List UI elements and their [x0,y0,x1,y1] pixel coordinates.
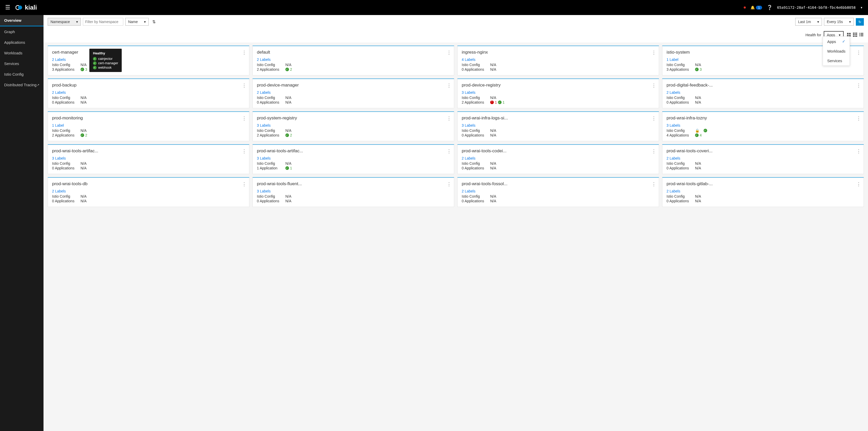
card-kebab-icon[interactable]: ⋮ [856,116,861,121]
card-title[interactable]: prod-backup [52,83,245,88]
card-title[interactable]: prod-wrai-tools-codei... [462,148,655,154]
health-tooltip: Healthycainjectorcert-managerwebhook [89,49,122,72]
tooltip-item-label: webhook [98,65,112,69]
card-title[interactable]: prod-wrai-tools-gitlab-... [666,181,860,186]
labels-link[interactable]: 3 Labels [462,123,655,127]
namespace-select[interactable]: Namespace ▾ [48,18,81,26]
card-kebab-icon[interactable]: ⋮ [242,50,247,55]
brand-logo[interactable]: kiali [16,4,37,11]
card-title[interactable]: cert-manager [52,50,245,55]
card-kebab-icon[interactable]: ⋮ [652,83,656,88]
labels-link[interactable]: 2 Labels [666,156,860,160]
card-title[interactable]: prod-system-registry [257,116,450,121]
sidebar-item-istio-config[interactable]: Istio Config [0,69,43,80]
view-grid-icon[interactable] [852,32,858,38]
labels-link[interactable]: 2 Labels [462,156,655,160]
card-title[interactable]: prod-monitoring [52,116,245,121]
sidebar-item-workloads[interactable]: Workloads [0,48,43,58]
card-title[interactable]: default [257,50,450,55]
namespace-filter-input[interactable] [83,18,123,26]
card-kebab-icon[interactable]: ⋮ [242,181,247,187]
card-kebab-icon[interactable]: ⋮ [447,116,451,121]
card-title[interactable]: prod-wrai-tools-artifac... [257,148,450,154]
hamburger-icon[interactable]: ☰ [5,4,10,11]
card-kebab-icon[interactable]: ⋮ [447,83,451,88]
card-kebab-icon[interactable]: ⋮ [447,148,451,154]
time-range-select[interactable]: Last 1m ▾ [795,18,822,26]
card-kebab-icon[interactable]: ⋮ [652,148,656,154]
card-title[interactable]: ingress-nginx [462,50,655,55]
card-kebab-icon[interactable]: ⋮ [856,83,861,88]
labels-link[interactable]: 2 Labels [666,90,860,95]
card-kebab-icon[interactable]: ⋮ [242,116,247,121]
labels-link[interactable]: 2 Labels [257,58,450,62]
labels-link[interactable]: 3 Labels [462,90,655,95]
card-kebab-icon[interactable]: ⋮ [447,181,451,187]
card-title[interactable]: prod-wrai-infra-tozny [666,116,860,121]
sidebar-item-overview[interactable]: Overview [0,15,43,26]
notifications[interactable]: 🔔 1 [750,5,762,9]
sidebar-item-distributed-tracing[interactable]: Distributed Tracing↗ [0,80,43,90]
applications-label: 0 Applications [462,166,490,170]
card-kebab-icon[interactable]: ⋮ [447,50,451,55]
help-icon[interactable]: ❔ [767,5,772,10]
card-kebab-icon[interactable]: ⋮ [652,50,656,55]
labels-link[interactable]: 2 Labels [462,189,655,193]
name-sort-select[interactable]: Name ▾ [125,18,149,26]
labels-link[interactable]: 2 Labels [52,189,245,193]
card-kebab-icon[interactable]: ⋮ [242,83,247,88]
user-id[interactable]: 65a91172-28af-4164-bbf8-fbc4e6bb8058 [777,5,856,9]
applications-row: 0 Applications N/A [52,199,245,203]
ok-icon [695,68,699,71]
labels-link[interactable]: 3 Labels [52,156,245,160]
applications-row: 0 Applications N/A [462,67,655,71]
istio-config-label: Istio Config [666,194,695,198]
refresh-interval-select[interactable]: Every 15s ▾ [824,18,854,26]
svg-rect-12 [853,36,854,37]
apps-value: 1 [290,166,292,170]
labels-link[interactable]: 2 Labels [257,90,450,95]
labels-link[interactable]: 3 Labels [257,189,450,193]
sidebar-item-services[interactable]: Services [0,58,43,69]
card-title[interactable]: prod-device-manager [257,83,450,88]
card-kebab-icon[interactable]: ⋮ [242,148,247,154]
svg-rect-10 [855,34,856,35]
svg-rect-6 [853,33,854,34]
labels-link[interactable]: 3 Labels [666,123,860,127]
svg-rect-7 [855,33,856,34]
svg-rect-11 [856,34,857,35]
card-title[interactable]: prod-wrai-tools-fossol... [462,181,655,186]
health-option-workloads[interactable]: Workloads [823,47,849,56]
labels-link[interactable]: 3 Labels [257,123,450,127]
health-option-services[interactable]: Services [823,56,849,65]
card-title[interactable]: prod-digital-feedback-... [666,83,860,88]
card-kebab-icon[interactable]: ⋮ [856,148,861,154]
card-title[interactable]: prod-wrai-tools-coveri... [666,148,860,154]
labels-link[interactable]: 4 Labels [462,58,655,62]
card-title[interactable]: prod-wrai-infra-logs-si... [462,116,655,121]
card-kebab-icon[interactable]: ⋮ [856,181,861,187]
card-kebab-icon[interactable]: ⋮ [856,50,861,55]
card-title[interactable]: prod-wrai-tools-db [52,181,245,186]
card-kebab-icon[interactable]: ⋮ [652,181,656,187]
card-kebab-icon[interactable]: ⋮ [652,116,656,121]
caret-down-icon: ▾ [849,20,851,24]
card-title[interactable]: prod-wrai-tools-artifac... [52,148,245,154]
labels-link[interactable]: 1 Label [52,123,245,127]
labels-link[interactable]: 2 Labels [52,58,245,62]
sort-direction-icon[interactable]: ⇅ [151,20,157,24]
health-option-apps[interactable]: Apps✓ [823,36,849,47]
view-list-icon[interactable] [859,32,864,38]
labels-link[interactable]: 3 Labels [257,156,450,160]
labels-link[interactable]: 2 Labels [666,189,860,193]
refresh-button[interactable]: ↻ [856,18,864,26]
card-title[interactable]: prod-device-registry [462,83,655,88]
istio-value: N/A [285,161,291,165]
status-dot-icon[interactable] [744,6,746,8]
labels-link[interactable]: 2 Labels [52,90,245,95]
sidebar-item-graph[interactable]: Graph [0,26,43,37]
card-title[interactable]: prod-wrai-tools-fluent... [257,181,450,186]
user-menu-caret-icon[interactable]: ▼ [860,6,863,9]
sidebar-item-applications[interactable]: Applications [0,37,43,48]
applications-row: 0 Applications N/A [666,199,860,203]
